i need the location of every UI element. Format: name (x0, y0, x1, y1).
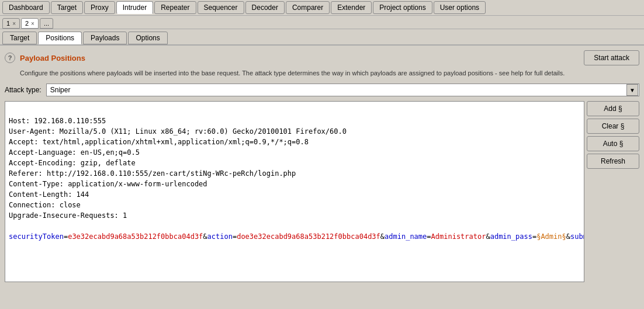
menu-decoder[interactable]: Decoder (245, 1, 285, 14)
request-text: Host: 192.168.0.110:555 User-Agent: Mozi… (9, 105, 580, 252)
attack-type-select[interactable]: Sniper Battering ram Pitchfork Cluster b… (46, 84, 639, 96)
security-token-value: e3e32ecabd9a68a53b212f0bbca04d3f (68, 232, 203, 241)
section-header: ? Payload Positions Start attack (5, 50, 639, 65)
editor-scroll[interactable]: Host: 192.168.0.110:555 User-Agent: Mozi… (5, 102, 584, 282)
menu-sequencer[interactable]: Sequencer (198, 1, 244, 14)
menu-intruder[interactable]: Intruder (116, 1, 153, 14)
number-tabs: 1 × 2 × ... (0, 16, 644, 29)
side-buttons: Add § Clear § Auto § Refresh (587, 101, 639, 282)
tab-2[interactable]: 2 × (21, 18, 39, 29)
menu-dashboard[interactable]: Dashboard (2, 1, 50, 14)
subtab-payloads[interactable]: Payloads (83, 32, 127, 44)
menu-extender[interactable]: Extender (331, 1, 372, 14)
menu-proxy[interactable]: Proxy (84, 1, 115, 14)
subtab-options[interactable]: Options (128, 32, 167, 44)
admin-name-value: Administrator (431, 232, 486, 241)
menu-project-options[interactable]: Project options (373, 1, 432, 14)
tab-2-close[interactable]: × (31, 20, 34, 27)
refresh-button[interactable]: Refresh (587, 154, 639, 169)
request-editor: Host: 192.168.0.110:555 User-Agent: Mozi… (5, 101, 584, 282)
tab-1-label: 1 (6, 20, 10, 27)
section-description: Configure the positions where payloads w… (5, 69, 639, 78)
main-content: ? Payload Positions Start attack Configu… (0, 46, 644, 287)
start-attack-button[interactable]: Start attack (584, 50, 639, 65)
subtab-target[interactable]: Target (2, 32, 37, 44)
menu-comparer[interactable]: Comparer (286, 1, 330, 14)
attack-type-row: Attack type: Sniper Battering ram Pitchf… (5, 84, 639, 96)
top-menu-bar: Dashboard Target Proxy Intruder Repeater… (0, 0, 644, 16)
submit-key: submit (570, 232, 584, 241)
admin-pass-key: admin_pass (490, 232, 532, 241)
menu-user-options[interactable]: User options (434, 1, 486, 14)
section-title: Payload Positions (20, 54, 85, 63)
security-token-key: securityToken (9, 232, 64, 241)
sub-tabs: Target Positions Payloads Options (0, 29, 644, 46)
attack-type-select-wrapper: Sniper Battering ram Pitchfork Cluster b… (46, 84, 639, 96)
help-icon: ? (5, 53, 15, 63)
tab-2-label: 2 (25, 20, 29, 27)
clear-section-button[interactable]: Clear § (587, 119, 639, 134)
admin-pass-highlight: §Admin§ (536, 232, 566, 241)
editor-area: Host: 192.168.0.110:555 User-Agent: Mozi… (5, 101, 639, 282)
admin-name-key: admin_name (385, 232, 427, 241)
attack-type-label: Attack type: (5, 86, 41, 94)
action-value: doe3e32ecabd9a68a53b212f0bbca04d3f (237, 232, 380, 241)
tab-1-close[interactable]: × (12, 20, 16, 27)
action-key: action (207, 232, 233, 241)
tab-dots[interactable]: ... (40, 18, 53, 29)
menu-repeater[interactable]: Repeater (154, 1, 196, 14)
add-section-button[interactable]: Add § (587, 101, 639, 116)
tab-1[interactable]: 1 × (2, 18, 20, 29)
subtab-positions[interactable]: Positions (38, 32, 82, 44)
auto-section-button[interactable]: Auto § (587, 136, 639, 151)
menu-target[interactable]: Target (51, 1, 83, 14)
